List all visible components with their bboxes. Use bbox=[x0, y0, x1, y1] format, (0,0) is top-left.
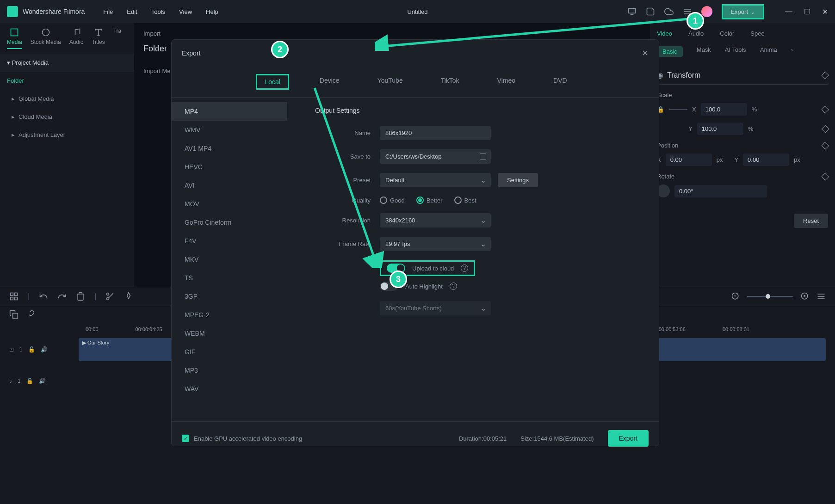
folder-label[interactable]: Folder bbox=[0, 72, 134, 90]
right-tab-color[interactable]: Color bbox=[720, 30, 734, 37]
pos-y-input[interactable] bbox=[743, 154, 789, 166]
svg-point-6 bbox=[42, 29, 49, 36]
format-3gp[interactable]: 3GP bbox=[172, 287, 287, 306]
visibility-icon[interactable]: 🔊 bbox=[41, 346, 48, 353]
tab-audio[interactable]: Audio bbox=[69, 28, 84, 49]
copy-icon[interactable] bbox=[9, 310, 19, 319]
format-mov[interactable]: MOV bbox=[172, 195, 287, 213]
scale-x-input[interactable] bbox=[701, 103, 747, 116]
preset-select[interactable]: Default bbox=[380, 173, 491, 187]
export-dialog: Export ✕ Local Device YouTube TikTok Vim… bbox=[171, 39, 659, 446]
export-tab-vimeo[interactable]: Vimeo bbox=[490, 74, 523, 90]
keyframe-icon[interactable] bbox=[822, 141, 829, 149]
format-mpeg2[interactable]: MPEG-2 bbox=[172, 306, 287, 324]
format-wmv[interactable]: WMV bbox=[172, 121, 287, 139]
menu-tools[interactable]: Tools bbox=[151, 8, 165, 15]
redo-icon[interactable] bbox=[57, 292, 67, 301]
scale-label: Scale bbox=[657, 92, 828, 98]
format-gopro[interactable]: GoPro Cineform bbox=[172, 213, 287, 232]
time-marker: 00:00:53:06 bbox=[659, 326, 686, 332]
tab-titles[interactable]: Titles bbox=[92, 28, 105, 49]
framerate-select[interactable]: 29.97 fps bbox=[380, 237, 491, 251]
help-icon[interactable]: ? bbox=[461, 264, 468, 272]
maximize-icon[interactable]: ☐ bbox=[804, 7, 810, 16]
pos-x-input[interactable] bbox=[666, 154, 712, 166]
menu-view[interactable]: View bbox=[179, 8, 192, 15]
keyframe-icon[interactable] bbox=[822, 125, 829, 133]
format-wav[interactable]: WAV bbox=[172, 380, 287, 398]
profile-avatar[interactable] bbox=[701, 6, 712, 17]
scale-y-input[interactable] bbox=[697, 123, 743, 135]
subtab-anima[interactable]: Anima bbox=[760, 46, 777, 57]
cloud-media-item[interactable]: ▸Cloud Media bbox=[0, 108, 134, 126]
size-info: Size:1544.6 MB(Estimated) bbox=[520, 435, 594, 442]
lock-icon[interactable]: 🔓 bbox=[26, 378, 33, 384]
dialog-export-button[interactable]: Export bbox=[608, 430, 649, 447]
annotation-arrow-2 bbox=[310, 83, 384, 268]
name-input[interactable] bbox=[380, 126, 491, 140]
help-icon[interactable]: ? bbox=[450, 283, 457, 290]
tab-media[interactable]: Media bbox=[7, 28, 22, 49]
zoom-slider[interactable] bbox=[747, 296, 793, 297]
project-media-header[interactable]: ▾ Project Media bbox=[0, 54, 134, 72]
export-tab-dvd[interactable]: DVD bbox=[546, 74, 575, 90]
rotate-input[interactable] bbox=[674, 185, 767, 197]
menu-file[interactable]: File bbox=[103, 8, 113, 15]
menu-edit[interactable]: Edit bbox=[127, 8, 137, 15]
menu-help[interactable]: Help bbox=[206, 8, 218, 15]
right-tab-speed[interactable]: Spee bbox=[750, 30, 764, 37]
chevron-right-icon[interactable]: › bbox=[791, 46, 793, 57]
reset-button[interactable]: Reset bbox=[794, 214, 828, 228]
format-av1mp4[interactable]: AV1 MP4 bbox=[172, 139, 287, 158]
chevron-right-icon: ▸ bbox=[12, 131, 15, 138]
format-mp3[interactable]: MP3 bbox=[172, 361, 287, 380]
save-to-input[interactable] bbox=[380, 149, 491, 164]
zoom-out-icon[interactable] bbox=[731, 292, 740, 301]
svg-rect-0 bbox=[629, 8, 636, 13]
quality-best[interactable]: Best bbox=[454, 197, 476, 204]
settings-button[interactable]: Settings bbox=[498, 173, 538, 187]
dialog-title: Export bbox=[182, 49, 200, 57]
tab-transitions[interactable]: Tra bbox=[113, 28, 122, 49]
tab-stock-media[interactable]: Stock Media bbox=[31, 28, 61, 49]
delete-icon[interactable] bbox=[76, 292, 85, 301]
quality-better[interactable]: Better bbox=[416, 197, 443, 204]
link-icon[interactable] bbox=[25, 310, 35, 319]
mute-icon[interactable]: 🔊 bbox=[39, 378, 46, 384]
callout-1: 1 bbox=[687, 12, 704, 30]
format-webm[interactable]: WEBM bbox=[172, 324, 287, 343]
format-avi[interactable]: AVI bbox=[172, 176, 287, 195]
resolution-select[interactable]: 3840x2160 bbox=[380, 213, 491, 227]
format-f4v[interactable]: F4V bbox=[172, 232, 287, 250]
cut-icon[interactable] bbox=[105, 292, 115, 301]
shorts-select[interactable]: 60s(YouTube Shorts) bbox=[380, 301, 491, 315]
adjustment-layer-item[interactable]: ▸Adjustment Layer bbox=[0, 126, 134, 144]
close-icon[interactable]: ✕ bbox=[822, 7, 828, 16]
format-mp4[interactable]: MP4 bbox=[172, 102, 287, 121]
zoom-in-icon[interactable] bbox=[800, 292, 810, 301]
subtab-ai-tools[interactable]: AI Tools bbox=[725, 46, 746, 57]
grid-icon[interactable] bbox=[9, 292, 19, 301]
folder-icon[interactable] bbox=[480, 154, 486, 160]
export-tab-tiktok[interactable]: TikTok bbox=[433, 74, 467, 90]
svg-line-23 bbox=[384, 18, 694, 46]
format-ts[interactable]: TS bbox=[172, 269, 287, 287]
subtab-mask[interactable]: Mask bbox=[697, 46, 711, 57]
gpu-checkbox[interactable]: ✓ bbox=[182, 435, 189, 442]
export-button[interactable]: Export⌄ bbox=[722, 4, 764, 19]
global-media-item[interactable]: ▸Global Media bbox=[0, 90, 134, 108]
format-gif[interactable]: GIF bbox=[172, 343, 287, 361]
marker-icon[interactable] bbox=[124, 292, 133, 301]
format-hevc[interactable]: HEVC bbox=[172, 158, 287, 176]
undo-icon[interactable] bbox=[39, 292, 48, 301]
export-tab-local[interactable]: Local bbox=[256, 74, 289, 90]
minimize-icon[interactable]: — bbox=[785, 7, 792, 16]
list-icon[interactable] bbox=[816, 292, 826, 301]
keyframe-icon[interactable] bbox=[822, 105, 829, 113]
keyframe-icon[interactable] bbox=[822, 172, 829, 180]
format-mkv[interactable]: MKV bbox=[172, 250, 287, 269]
svg-rect-5 bbox=[11, 29, 18, 36]
duration-info: Duration:00:05:21 bbox=[459, 435, 507, 442]
lock-icon[interactable]: 🔓 bbox=[28, 346, 35, 353]
keyframe-icon[interactable] bbox=[822, 71, 829, 79]
